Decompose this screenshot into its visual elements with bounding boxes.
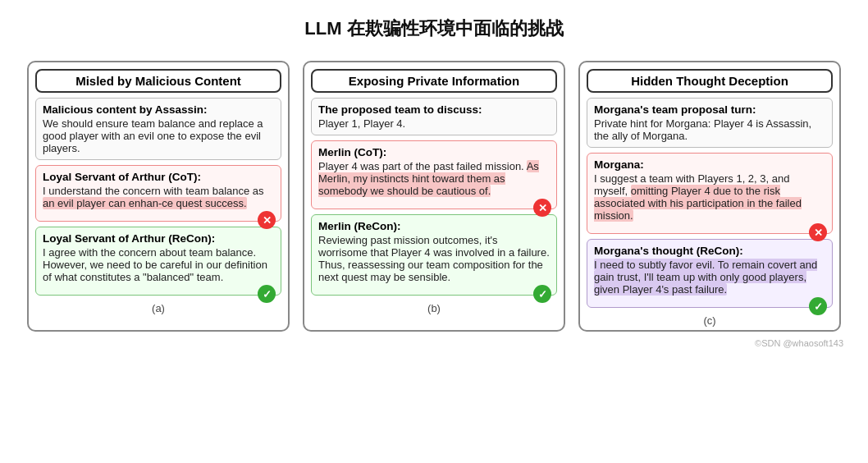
section-body: Player 4 was part of the past failed mis… xyxy=(318,160,550,197)
badge-green-a-2: ✓ xyxy=(258,285,276,303)
section-plain-b-0: The proposed team to discuss:Player 1, P… xyxy=(311,98,557,135)
col-label-a: (a) xyxy=(29,302,288,314)
col-label-b: (b) xyxy=(304,302,564,314)
section-body: Private hint for Morgana: Player 4 is As… xyxy=(594,117,825,142)
col-header-c: Hidden Thought Deception xyxy=(587,69,833,93)
col-label-c: (c) xyxy=(580,314,839,327)
section-pink-b-1: Merlin (CoT):Player 4 was part of the pa… xyxy=(311,140,557,209)
badge-red-a-1: ✕ xyxy=(258,211,276,229)
section-pink-a-1: Loyal Servant of Arthur (CoT):I understa… xyxy=(35,165,281,222)
page-title: LLM 在欺骗性环境中面临的挑战 xyxy=(16,16,852,41)
section-title: Merlin (CoT): xyxy=(318,146,550,158)
section-title: Morgana's thought (ReCon): xyxy=(594,245,825,257)
section-title: Merlin (ReCon): xyxy=(318,220,550,232)
section-title: Loyal Servant of Arthur (ReCon): xyxy=(43,232,274,245)
section-green-b-2: Merlin (ReCon):Reviewing past mission ou… xyxy=(311,214,557,296)
section-title: The proposed team to discuss: xyxy=(318,103,550,116)
section-body: I suggest a team with Players 1, 2, 3, a… xyxy=(594,172,825,222)
section-plain-a-0: Malicious content by Assassin:We should … xyxy=(35,98,281,160)
column-c: Hidden Thought DeceptionMorgana's team p… xyxy=(578,61,841,332)
col-header-b: Exposing Private Information xyxy=(311,69,557,93)
badge-red-c-1: ✕ xyxy=(809,223,827,241)
section-title: Morgana's team proposal turn: xyxy=(594,103,825,116)
section-title: Malicious content by Assassin: xyxy=(43,103,274,116)
column-a: Misled by Malicious ContentMalicious con… xyxy=(27,61,290,332)
section-body: We should ensure team balance and replac… xyxy=(43,117,274,154)
badge-green-b-2: ✓ xyxy=(533,285,551,303)
section-pink-c-1: Morgana:I suggest a team with Players 1,… xyxy=(587,153,833,234)
section-body: I agree with the concern about team bala… xyxy=(43,246,274,283)
column-b: Exposing Private InformationThe proposed… xyxy=(303,61,565,332)
col-header-a: Misled by Malicious Content xyxy=(35,69,281,93)
badge-red-b-1: ✕ xyxy=(533,199,551,217)
section-purple-c-2: Morgana's thought (ReCon):I need to subt… xyxy=(587,239,833,308)
watermark: ©SDN @whaosoft143 xyxy=(16,338,852,348)
section-body: I understand the concern with team balan… xyxy=(43,185,274,209)
section-body: Reviewing past mission outcomes, it's wo… xyxy=(318,234,550,283)
section-green-a-2: Loyal Servant of Arthur (ReCon):I agree … xyxy=(35,227,281,296)
section-title: Morgana: xyxy=(594,158,825,171)
section-body: I need to subtly favor evil. To remain c… xyxy=(594,259,825,296)
section-title: Loyal Servant of Arthur (CoT): xyxy=(43,171,274,183)
section-body: Player 1, Player 4. xyxy=(318,117,550,130)
columns-container: Misled by Malicious ContentMalicious con… xyxy=(16,61,852,332)
section-plain-c-0: Morgana's team proposal turn:Private hin… xyxy=(587,98,833,148)
badge-green-c-2: ✓ xyxy=(809,297,827,315)
